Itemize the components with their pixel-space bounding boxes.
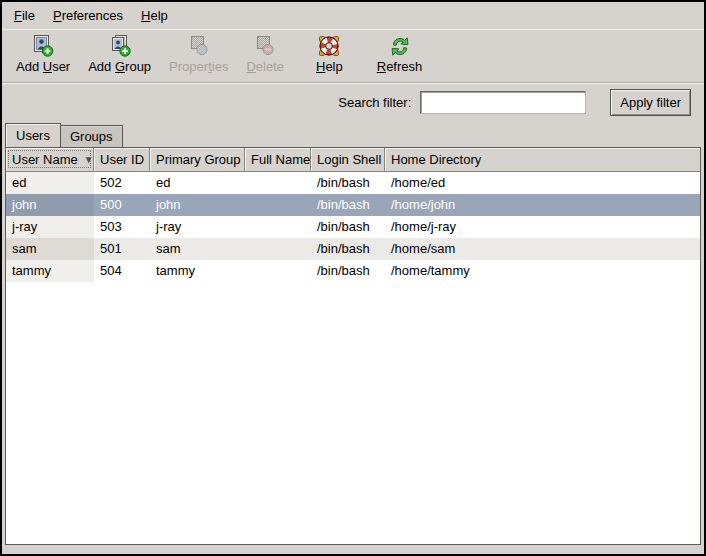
column-header-label: Home Directory [391, 152, 481, 167]
cell-login-shell: /bin/bash [311, 260, 385, 282]
add-group-icon [108, 34, 132, 58]
cell-home-directory: /home/tammy [385, 260, 700, 282]
help-icon [317, 34, 341, 58]
cell-user-name: sam [6, 238, 94, 260]
user-row[interactable]: sam501sam/bin/bash/home/sam [6, 238, 700, 260]
refresh-button[interactable]: Refresh [369, 32, 431, 76]
menubar: File Preferences Help [2, 2, 704, 30]
help-label: Help [316, 59, 343, 74]
users-table-header: User Name ▼ User ID Primary Group Full N… [6, 148, 700, 172]
delete-icon [253, 34, 277, 58]
cell-login-shell: /bin/bash [311, 172, 385, 194]
tab-bar: Users Groups [2, 121, 704, 147]
column-header-label: Full Name [251, 152, 310, 167]
properties-label: Properties [169, 59, 228, 74]
cell-user-name: tammy [6, 260, 94, 282]
sort-descending-icon: ▼ [78, 155, 94, 165]
add-user-label: Add User [16, 59, 70, 74]
tab-users[interactable]: Users [5, 123, 61, 147]
menu-preferences[interactable]: Preferences [44, 4, 132, 27]
search-filter-input[interactable] [420, 91, 586, 114]
user-manager-window: File Preferences Help Add User [0, 0, 706, 556]
cell-user-name: john [6, 194, 94, 216]
cell-user-name: j-ray [6, 216, 94, 238]
cell-home-directory: /home/j-ray [385, 216, 700, 238]
cell-full-name [245, 238, 311, 260]
column-header-label: Primary Group [156, 152, 241, 167]
cell-full-name [245, 216, 311, 238]
cell-home-directory: /home/ed [385, 172, 700, 194]
cell-login-shell: /bin/bash [311, 194, 385, 216]
column-header-primary-group[interactable]: Primary Group [150, 148, 245, 172]
cell-user-id: 503 [94, 216, 150, 238]
toolbar: Add User Add Group [2, 30, 704, 83]
column-header-user-id[interactable]: User ID [94, 148, 150, 172]
cell-user-id: 500 [94, 194, 150, 216]
cell-primary-group: sam [150, 238, 245, 260]
column-header-label: User ID [100, 152, 144, 167]
cell-primary-group: tammy [150, 260, 245, 282]
user-row[interactable]: john500john/bin/bash/home/john [6, 194, 700, 216]
column-header-home-directory[interactable]: Home Directory [385, 148, 700, 172]
user-row[interactable]: tammy504tammy/bin/bash/home/tammy [6, 260, 700, 282]
menu-file[interactable]: File [5, 4, 44, 27]
refresh-icon [388, 34, 412, 58]
delete-button[interactable]: Delete [238, 32, 292, 76]
cell-primary-group: j-ray [150, 216, 245, 238]
column-header-label: Login Shell [317, 152, 381, 167]
properties-button[interactable]: Properties [161, 32, 236, 76]
add-group-label: Add Group [88, 59, 151, 74]
cell-user-id: 501 [94, 238, 150, 260]
cell-full-name [245, 194, 311, 216]
delete-label: Delete [246, 59, 284, 74]
cell-user-name: ed [6, 172, 94, 194]
add-user-icon [31, 34, 55, 58]
add-group-button[interactable]: Add Group [80, 32, 159, 76]
user-row[interactable]: ed502ed/bin/bash/home/ed [6, 172, 700, 194]
users-table: User Name ▼ User ID Primary Group Full N… [5, 147, 701, 545]
cell-primary-group: ed [150, 172, 245, 194]
cell-home-directory: /home/john [385, 194, 700, 216]
filter-row: Search filter: Apply filter [2, 83, 704, 121]
apply-filter-button[interactable]: Apply filter [610, 89, 691, 116]
refresh-label: Refresh [377, 59, 423, 74]
cell-full-name [245, 172, 311, 194]
menu-help[interactable]: Help [132, 4, 177, 27]
tab-groups[interactable]: Groups [60, 125, 123, 147]
user-table-body: ed502ed/bin/bash/home/edjohn500john/bin/… [6, 172, 700, 544]
column-header-full-name[interactable]: Full Name [245, 148, 311, 172]
cell-home-directory: /home/sam [385, 238, 700, 260]
help-button[interactable]: Help [308, 32, 351, 76]
user-row[interactable]: j-ray503j-ray/bin/bash/home/j-ray [6, 216, 700, 238]
cell-full-name [245, 260, 311, 282]
cell-primary-group: john [150, 194, 245, 216]
search-filter-label: Search filter: [338, 95, 411, 110]
column-header-label: User Name [12, 152, 78, 167]
cell-user-id: 502 [94, 172, 150, 194]
cell-user-id: 504 [94, 260, 150, 282]
column-header-login-shell[interactable]: Login Shell [311, 148, 385, 172]
cell-login-shell: /bin/bash [311, 238, 385, 260]
properties-icon [187, 34, 211, 58]
column-header-user-name[interactable]: User Name ▼ [6, 148, 94, 172]
cell-login-shell: /bin/bash [311, 216, 385, 238]
add-user-button[interactable]: Add User [8, 32, 78, 76]
